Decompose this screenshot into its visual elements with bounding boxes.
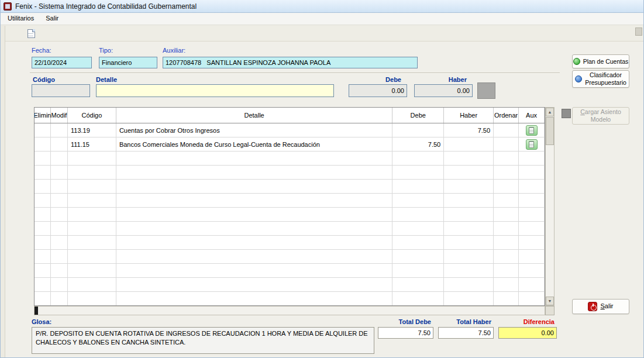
grid-cell-detalle	[116, 180, 392, 193]
auxiliar-input[interactable]: 1207708478 SANTILLAN ESPINOZA JOHANNA PA…	[163, 57, 418, 68]
grid-cell-debe	[392, 250, 444, 263]
total-haber-label: Total Haber	[438, 318, 494, 325]
grid-header-detalle: Detalle	[116, 108, 392, 123]
auxiliar-value: 1207708478 SANTILLAN ESPINOZA JOHANNA PA…	[166, 59, 330, 66]
grid-cell-elimin	[35, 137, 51, 151]
grid-cell-codigo	[68, 278, 116, 291]
aux-button[interactable]	[526, 139, 538, 150]
grid-cell-debe	[392, 292, 444, 305]
grid-cell-ordenar	[494, 278, 519, 291]
grid-cell-debe	[392, 123, 444, 137]
grid-cell-debe	[392, 264, 444, 277]
scrollbar-corner	[545, 306, 555, 315]
window-title: Fenix - Sistema Integrado de Contabilida…	[15, 2, 197, 11]
clasificador-presupuestario-button[interactable]: Clasificador Presupuestario	[572, 70, 629, 88]
diferencia-field[interactable]: 0.00	[498, 327, 557, 339]
table-row	[35, 208, 545, 222]
grid-header-modif: Modif	[51, 108, 68, 123]
salir-button[interactable]: Salir	[572, 299, 629, 314]
total-haber-field[interactable]: 7.50	[438, 327, 494, 339]
separator-line	[30, 73, 560, 74]
codigo-label: Código	[33, 76, 55, 83]
grid-cell-debe	[392, 236, 444, 249]
tipo-value: Financiero	[102, 59, 132, 66]
grid-cell-modif	[51, 208, 68, 221]
grid-cell-elimin	[35, 123, 51, 137]
grid-header-haber: Haber	[444, 108, 494, 123]
table-row[interactable]: 111.15Bancos Comerciales Moneda de Curso…	[35, 137, 545, 152]
grid-cell-elimin	[35, 208, 51, 221]
fecha-value: 22/10/2024	[35, 59, 67, 66]
grid-cell-modif	[51, 152, 68, 165]
grid-cell-ordenar	[494, 250, 519, 263]
grid-cell-aux	[519, 152, 545, 165]
grid-cell-haber	[444, 152, 494, 165]
debe-input[interactable]: 0.00	[349, 84, 407, 97]
detalle-input[interactable]	[96, 84, 334, 97]
fecha-input[interactable]: 22/10/2024	[32, 57, 92, 68]
grid-cell-detalle	[116, 278, 392, 291]
total-debe-field[interactable]: 7.50	[378, 327, 433, 339]
scroll-down-icon[interactable]: ▼	[546, 297, 554, 305]
table-row	[35, 180, 545, 194]
grid-cell-debe	[392, 180, 444, 193]
table-row	[35, 152, 545, 166]
grid-cell-detalle	[116, 222, 392, 235]
table-row[interactable]: 113.19Cuentas por Cobrar Otros Ingresos7…	[35, 123, 545, 137]
grid-cell-modif	[51, 166, 68, 179]
cargar-asiento-label: Cargar Asiento Modelo	[577, 108, 624, 123]
plan-de-cuentas-button[interactable]: Plan de Cuentas	[572, 54, 629, 68]
tipo-label: Tipo:	[99, 47, 113, 54]
grid-horizontal-scrollbar[interactable]	[34, 306, 545, 315]
app-icon	[4, 2, 12, 11]
plan-de-cuentas-label: Plan de Cuentas	[583, 58, 629, 66]
scroll-corner[interactable]	[635, 27, 642, 36]
menu-salir[interactable]: Salir	[40, 13, 64, 25]
new-entry-button[interactable]	[25, 27, 37, 39]
left-scroll-strip[interactable]	[1, 26, 5, 358]
total-debe-value: 7.50	[418, 329, 431, 336]
glosa-textarea[interactable]: P/R. DEPOSITO EN CUENTA ROTATIVA DE INGR…	[32, 327, 374, 354]
aux-button[interactable]	[526, 125, 538, 136]
grid-cell-elimin	[35, 166, 51, 179]
horizontal-scrollbar-thumb[interactable]	[35, 307, 38, 315]
grid-cell-detalle	[116, 264, 392, 277]
toolbar	[1, 25, 644, 42]
grid-cell-codigo	[68, 222, 116, 235]
codigo-input[interactable]	[32, 84, 90, 97]
vertical-scrollbar-thumb[interactable]	[546, 117, 554, 145]
grid-cell-modif	[51, 137, 68, 151]
title-bar: Fenix - Sistema Integrado de Contabilida…	[1, 0, 644, 13]
haber-label: Haber	[414, 76, 473, 83]
grid-cell-modif	[51, 236, 68, 249]
grid-cell-modif	[51, 292, 68, 305]
cargar-asiento-modelo-button[interactable]: Cargar Asiento Modelo	[572, 107, 629, 125]
total-haber-value: 7.50	[478, 329, 491, 336]
grid-cell-aux	[519, 180, 545, 193]
grid-cell-haber	[444, 292, 494, 305]
grid-cell-elimin	[35, 222, 51, 235]
grid-cell-debe	[392, 278, 444, 291]
entry-action-button[interactable]	[477, 82, 495, 99]
haber-value: 0.00	[457, 87, 470, 94]
grid-cell-ordenar	[494, 152, 519, 165]
grid-cell-debe: 7.50	[392, 137, 444, 151]
new-document-icon	[27, 29, 35, 38]
debe-label: Debe	[349, 76, 407, 83]
grid-cell-modif	[51, 250, 68, 263]
grid-cell-codigo	[68, 250, 116, 263]
grid-vertical-scrollbar[interactable]: ▲ ▼	[545, 107, 555, 306]
auxiliar-label: Auxiliar:	[163, 47, 185, 54]
grid-cell-haber	[444, 180, 494, 193]
grid-cell-detalle	[116, 166, 392, 179]
scroll-up-icon[interactable]: ▲	[546, 108, 554, 116]
haber-input[interactable]: 0.00	[414, 84, 473, 97]
grid-cell-codigo: 111.15	[68, 137, 116, 151]
grid-cell-elimin	[35, 180, 51, 193]
menu-utilitarios[interactable]: Utilitarios	[2, 13, 40, 25]
tipo-input[interactable]: Financiero	[99, 57, 157, 68]
grid-cell-codigo	[68, 166, 116, 179]
grid-cell-modif	[51, 278, 68, 291]
grid-cell-haber	[444, 137, 494, 151]
grid-cell-aux	[519, 137, 545, 151]
